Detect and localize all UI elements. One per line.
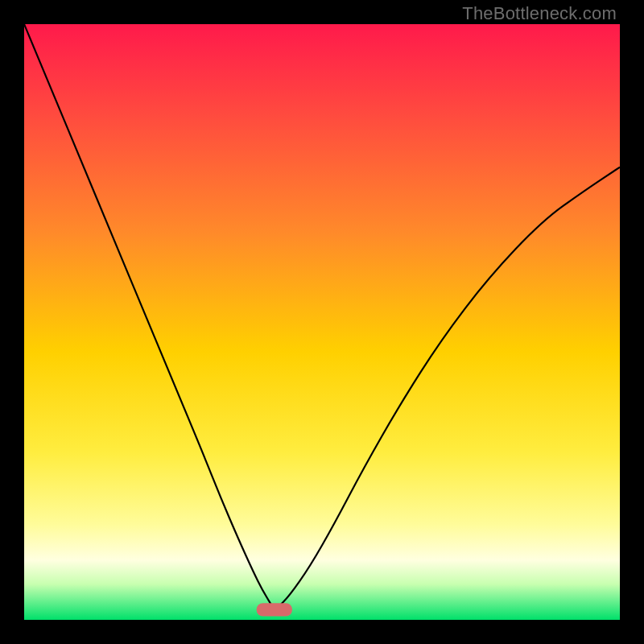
plot-area — [24, 24, 620, 620]
minimum-marker — [257, 603, 292, 616]
gradient-background — [24, 24, 620, 620]
watermark-text: TheBottleneck.com — [462, 3, 617, 24]
chart-frame: TheBottleneck.com — [0, 0, 644, 644]
bottleneck-chart — [24, 24, 620, 620]
